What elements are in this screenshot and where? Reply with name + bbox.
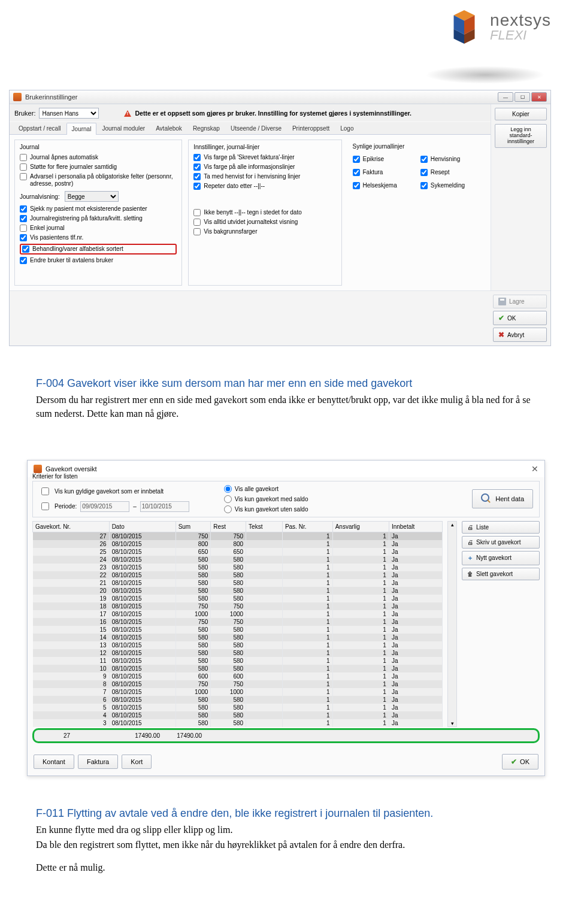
table-row[interactable]: 708/10/20151000100011Ja	[33, 688, 443, 696]
tab-regnskap[interactable]: Regnskap	[187, 122, 225, 134]
tab-avtalebok[interactable]: Avtalebok	[150, 122, 187, 134]
journalvisning-select[interactable]: Begge	[65, 191, 119, 202]
faktura-button[interactable]: Faktura	[78, 755, 118, 769]
table-row[interactable]: 1008/10/201558058011Ja	[33, 665, 443, 672]
tab-journal-moduler[interactable]: Journal moduler	[96, 122, 150, 134]
col-header[interactable]: Innbetalt	[389, 521, 442, 532]
col-header[interactable]: Ansvarlig	[332, 521, 389, 532]
tab-logo[interactable]: Logo	[335, 122, 359, 134]
scrollbar[interactable]: ▴ ▾	[447, 521, 457, 727]
table-row[interactable]: 2208/10/201558058011Ja	[33, 571, 443, 579]
scroll-down-icon[interactable]: ▾	[451, 720, 454, 726]
table-row[interactable]: 1208/10/201558058011Ja	[33, 649, 443, 657]
close-button[interactable]: ✕	[531, 464, 538, 474]
skriv-ut-button[interactable]: 🖨 Skriv ut gavekort	[462, 536, 540, 549]
synlige-checkbox-5[interactable]	[420, 182, 428, 189]
user-select[interactable]: Hansen Hans	[39, 108, 99, 119]
checkbox-periode[interactable]	[41, 502, 49, 510]
date-from[interactable]	[80, 501, 129, 512]
table-row[interactable]: 1308/10/201558058011Ja	[33, 641, 443, 649]
table-row[interactable]: 308/10/201558058011Ja	[33, 719, 443, 727]
journal2-checkbox-2[interactable]	[20, 225, 27, 232]
table-row[interactable]: 2108/10/201558058011Ja	[33, 579, 443, 587]
table-row[interactable]: 908/10/201560060011Ja	[33, 672, 443, 680]
table-row[interactable]: 1108/10/201558058011Ja	[33, 657, 443, 665]
journal2-checkbox-1[interactable]	[20, 215, 27, 222]
journal-checkbox-1[interactable]	[20, 163, 27, 171]
journal-checkbox-2[interactable]	[20, 173, 27, 180]
ok-button[interactable]: ✔ OK	[493, 311, 547, 325]
table-row[interactable]: 1508/10/201558058011Ja	[33, 626, 443, 634]
col-header[interactable]: Gavekort. Nr.	[33, 521, 110, 532]
date-to[interactable]	[140, 501, 189, 512]
col-header[interactable]: Tekst	[246, 521, 283, 532]
linjer2-checkbox-0[interactable]	[193, 209, 201, 216]
kontant-button[interactable]: Kontant	[34, 755, 74, 769]
linjer2-checkbox-1[interactable]	[193, 219, 201, 226]
tab-utseende-diverse[interactable]: Utseende / Diverse	[225, 122, 287, 134]
table-row[interactable]: 2408/10/201558058011Ja	[33, 556, 443, 564]
tab-journal[interactable]: Journal	[66, 123, 97, 135]
radio-2[interactable]	[224, 505, 232, 513]
brand-name: nextsys	[490, 12, 551, 29]
table-row[interactable]: 1708/10/20151000100011Ja	[33, 610, 443, 618]
table-row[interactable]: 1908/10/201558058011Ja	[33, 595, 443, 602]
table-row[interactable]: 2308/10/201558058011Ja	[33, 564, 443, 571]
nytt-gavekort-button[interactable]: ＋ Nytt gavekort	[462, 551, 540, 565]
table-row[interactable]: 1408/10/201558058011Ja	[33, 634, 443, 641]
group-journal-linjer: Innstillinger, journal-linjer Vis farge …	[188, 140, 341, 286]
std-settings-button[interactable]: Legg inn standard-innstillinger	[495, 124, 547, 148]
tab-printeroppsett[interactable]: Printeroppsett	[287, 122, 335, 134]
table-row[interactable]: 608/10/201558058011Ja	[33, 696, 443, 704]
label-periode: Periode:	[55, 503, 77, 510]
journal2-checkbox-5[interactable]	[20, 257, 27, 264]
synlige-checkbox-4[interactable]	[353, 182, 360, 189]
radio-1[interactable]	[224, 495, 232, 503]
lagre-button[interactable]: Lagre	[493, 295, 547, 308]
col-header[interactable]: Dato	[109, 521, 175, 532]
linjer-checkbox-3[interactable]	[193, 183, 201, 190]
scroll-up-icon[interactable]: ▴	[451, 522, 454, 528]
linjer-checkbox-0[interactable]	[193, 154, 201, 161]
close-button[interactable]: ✕	[531, 92, 547, 102]
synlige-checkbox-3[interactable]	[420, 169, 428, 176]
totals-sum: 17490.00	[120, 731, 162, 740]
avbryt-button[interactable]: ✖ Avbryt	[493, 328, 547, 342]
journal2-checkbox-4[interactable]	[22, 246, 29, 253]
synlige-checkbox-1[interactable]	[420, 156, 428, 163]
table-row[interactable]: 508/10/201558058011Ja	[33, 704, 443, 711]
journal2-checkbox-3[interactable]	[20, 234, 27, 241]
liste-button[interactable]: 🖨 Liste	[462, 521, 540, 534]
journal2-checkbox-0[interactable]	[20, 205, 27, 213]
table-row[interactable]: 1608/10/201575075011Ja	[33, 618, 443, 626]
table-row[interactable]: 808/10/201575075011Ja	[33, 680, 443, 688]
tab-oppstart-recall[interactable]: Oppstart / recall	[13, 122, 66, 134]
group-synlige: Synlige journallinjer EpikriseHenvisning…	[348, 140, 486, 286]
slett-gavekort-button[interactable]: 🗑 Slett gavekort	[462, 568, 540, 580]
table-row[interactable]: 2608/10/201580080011Ja	[33, 540, 443, 548]
kort-button[interactable]: Kort	[122, 755, 152, 769]
ok-button[interactable]: ✔ OK	[502, 754, 538, 770]
table-row[interactable]: 1808/10/201575075011Ja	[33, 602, 443, 610]
maximize-button[interactable]: ☐	[515, 92, 530, 102]
journal2-label-1: Journalregistrering på faktura/kvitt. sl…	[30, 215, 143, 222]
synlige-checkbox-0[interactable]	[353, 156, 360, 163]
table-row[interactable]: 2008/10/201558058011Ja	[33, 587, 443, 595]
table-row[interactable]: 408/10/201558058011Ja	[33, 711, 443, 719]
table-row[interactable]: 2508/10/201565065011Ja	[33, 548, 443, 556]
col-header[interactable]: Rest	[211, 521, 246, 532]
checkbox-gyldige[interactable]	[41, 487, 49, 495]
kopier-button[interactable]: Kopier	[495, 108, 547, 120]
hent-data-button[interactable]: Hent data	[472, 489, 533, 508]
col-header[interactable]: Sum	[175, 521, 211, 532]
col-header[interactable]: Pas. Nr.	[282, 521, 332, 532]
journal-checkbox-0[interactable]	[20, 154, 27, 161]
group-synlige-title: Synlige journallinjer	[353, 143, 482, 150]
synlige-checkbox-2[interactable]	[353, 169, 360, 176]
table-row[interactable]: 2708/10/201575075011Ja	[33, 532, 443, 540]
minimize-button[interactable]: —	[498, 92, 513, 102]
linjer-checkbox-1[interactable]	[193, 163, 201, 171]
radio-0[interactable]	[224, 485, 232, 493]
linjer-checkbox-2[interactable]	[193, 173, 201, 180]
linjer2-checkbox-2[interactable]	[193, 228, 201, 235]
